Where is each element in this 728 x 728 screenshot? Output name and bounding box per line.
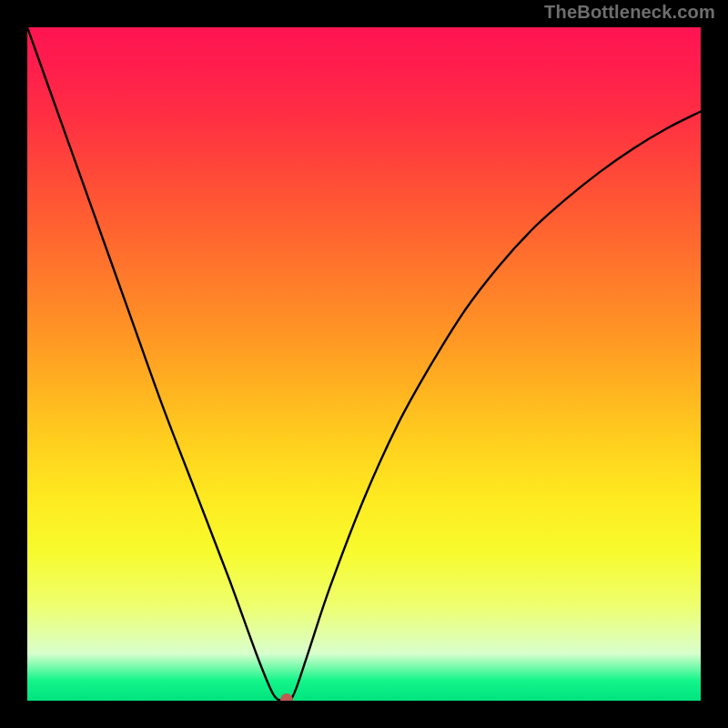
plot-area xyxy=(27,27,701,701)
chart-frame: TheBottleneck.com xyxy=(0,0,728,728)
bottleneck-curve xyxy=(27,27,701,701)
watermark-text: TheBottleneck.com xyxy=(544,2,715,23)
